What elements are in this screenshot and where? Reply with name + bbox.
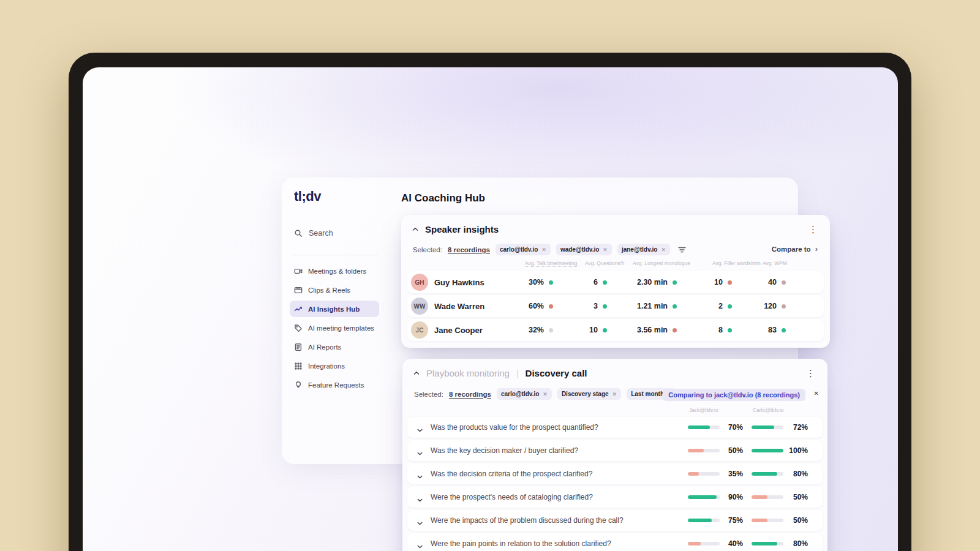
playbook-question-row[interactable]: Were the impacts of the problem discusse…	[407, 510, 823, 531]
status-dot	[603, 304, 607, 309]
column-header[interactable]: Avg. Questions/h	[585, 260, 625, 266]
metric-value: 40	[768, 278, 777, 287]
progress-bar	[752, 425, 783, 429]
playbook-question-row[interactable]: Was the key decision maker / buyer clari…	[407, 440, 823, 461]
metric-value: 83	[768, 326, 777, 334]
chevron-down-icon[interactable]	[417, 540, 423, 551]
selected-label: Selected:	[414, 391, 443, 398]
close-icon[interactable]: ✕	[814, 390, 819, 397]
status-dot	[782, 280, 786, 285]
playbook-question-row[interactable]: Were the pain points in relation to the …	[407, 533, 823, 551]
sidebar-search-label: Search	[309, 229, 333, 238]
column-header[interactable]: Avg. Filler words/min	[712, 260, 761, 266]
kebab-menu-icon[interactable]: ⋮	[806, 223, 820, 236]
status-dot	[549, 328, 553, 332]
speaker-name: Guy Hawkins	[434, 271, 484, 293]
metric-value: 10	[714, 278, 723, 287]
status-dot	[603, 328, 607, 332]
speaker-name: Jane Cooper	[434, 319, 483, 341]
chevron-right-icon: ›	[815, 244, 818, 253]
progress-percent: 90%	[721, 487, 743, 508]
sidebar-divider	[291, 255, 377, 255]
speaker-insights-card: Speaker insights ⋮ Selected: 8 recording…	[401, 215, 830, 348]
question-text: Was the key decision maker / buyer clari…	[431, 440, 578, 461]
desktop-background: tl;dv Search Meetings & folders Clips & …	[0, 0, 980, 551]
progress-bar	[688, 449, 720, 452]
status-dot	[673, 328, 677, 332]
recordings-count-link[interactable]: 8 recordings	[449, 391, 491, 398]
filter-chip[interactable]: carlo@tldv.io ✕	[496, 244, 551, 255]
sidebar-item-label: Clips & Reels	[308, 287, 350, 294]
filter-chip[interactable]: jane@tldv.io ✕	[617, 244, 670, 255]
playbook-question-row[interactable]: Was the products value for the prospect …	[407, 417, 823, 438]
filter-chip[interactable]: Discovery stage ✕	[557, 388, 621, 400]
filter-chip[interactable]: wade@tldv.io ✕	[556, 244, 612, 255]
laptop-frame: tl;dv Search Meetings & folders Clips & …	[69, 53, 911, 551]
table-row[interactable]: JC Jane Cooper 32% 10 3.56 min 8 83	[407, 319, 824, 341]
table-row[interactable]: GH Guy Hawkins 30% 6 2.30 min 10 40	[407, 271, 824, 293]
column-header[interactable]: Avg. Longest monologue	[633, 260, 690, 266]
close-icon[interactable]: ✕	[541, 247, 546, 253]
playbook-question-row[interactable]: Was the decision criteria of the prospec…	[407, 463, 823, 484]
sidebar-item-integrations[interactable]: Integrations	[290, 358, 379, 374]
lightbulb-icon	[294, 381, 303, 389]
playbook-question-row[interactable]: Were the prospect's needs of cataloging …	[407, 487, 823, 508]
laptop-screen: tl;dv Search Meetings & folders Clips & …	[83, 67, 898, 551]
progress-percent: 100%	[785, 440, 808, 461]
status-dot	[728, 280, 732, 285]
filter-chip[interactable]: carlo@tldv.io ✕	[497, 388, 552, 400]
sidebar-item-feature-requests[interactable]: Feature Requests	[290, 377, 379, 393]
close-icon[interactable]: ✕	[612, 391, 617, 397]
sidebar-item-label: AI Reports	[308, 343, 341, 351]
status-dot	[673, 280, 677, 285]
report-icon	[294, 343, 303, 351]
metric-value: 10	[589, 326, 598, 334]
metric-value: 3.56 min	[637, 326, 668, 334]
close-icon[interactable]: ✕	[661, 247, 666, 253]
chevron-down-icon[interactable]	[417, 424, 423, 435]
compare-to-button[interactable]: Compare to ›	[772, 244, 818, 253]
collapse-caret-icon[interactable]	[412, 227, 418, 231]
column-header[interactable]: Avg. WPM	[763, 260, 787, 266]
close-icon[interactable]: ✕	[603, 247, 608, 253]
metric-value: 3	[594, 302, 598, 310]
collapse-caret-icon[interactable]	[413, 371, 420, 375]
section-title: Speaker insights	[425, 224, 499, 234]
chevron-down-icon[interactable]	[417, 493, 423, 504]
progress-bar	[752, 449, 783, 452]
playbook-monitoring-card: Playbook monitoring | Discovery call ⋮ S…	[402, 359, 827, 551]
kebab-menu-icon[interactable]: ⋮	[804, 367, 818, 380]
filter-icon[interactable]	[678, 247, 686, 253]
question-text: Was the decision criteria of the prospec…	[431, 463, 592, 484]
chevron-down-icon[interactable]	[417, 447, 423, 458]
sidebar-item-ai-meeting-templates[interactable]: AI meeting templates	[290, 320, 379, 336]
speaker-name: Wade Warren	[434, 295, 484, 317]
table-row[interactable]: WW Wade Warren 60% 3 1.21 min 2 120	[407, 295, 824, 317]
progress-percent: 80%	[785, 533, 808, 551]
title-separator: |	[516, 369, 519, 378]
recordings-count-link[interactable]: 8 recordings	[448, 246, 490, 253]
chevron-down-icon[interactable]	[417, 517, 423, 528]
clapperboard-icon	[294, 286, 303, 294]
progress-percent: 50%	[785, 510, 808, 531]
status-dot	[728, 328, 732, 332]
sidebar-item-clips-reels[interactable]: Clips & Reels	[290, 282, 379, 298]
comparing-badge: Comparing to jack@tldv.io (8 recordings)	[663, 389, 805, 401]
grid-dots-icon	[294, 362, 303, 370]
column-header: Carlo@tldv.io	[753, 407, 784, 413]
tldv-logo[interactable]: tl;dv	[294, 189, 321, 204]
column-header[interactable]: Avg. Talk time/meeting	[525, 260, 577, 267]
close-icon[interactable]: ✕	[543, 391, 548, 397]
sidebar-item-ai-reports[interactable]: AI Reports	[290, 339, 379, 355]
avatar: GH	[411, 274, 428, 291]
sidebar-item-ai-insights-hub[interactable]: AI Insights Hub	[290, 301, 379, 317]
question-text: Were the prospect's needs of cataloging …	[431, 487, 593, 508]
sidebar-search[interactable]: Search	[294, 229, 333, 238]
progress-bar	[752, 495, 783, 499]
chevron-down-icon[interactable]	[417, 470, 423, 481]
sidebar-item-label: AI Insights Hub	[308, 305, 360, 313]
sidebar-item-meetings-folders[interactable]: Meetings & folders	[290, 263, 379, 279]
progress-percent: 40%	[721, 533, 743, 551]
video-camera-icon	[294, 267, 303, 276]
metric-value: 6	[594, 278, 598, 287]
